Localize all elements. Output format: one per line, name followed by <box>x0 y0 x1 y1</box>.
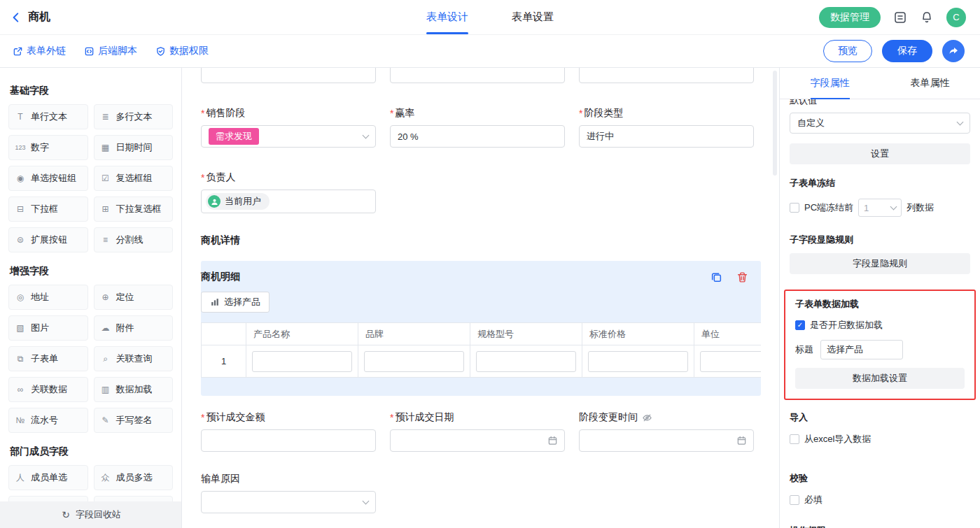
data-load-title: 子表单数据加载 <box>795 298 965 311</box>
trash-icon[interactable] <box>736 271 748 283</box>
save-button[interactable]: 保存 <box>882 40 932 62</box>
field-item-linked-query[interactable]: ⌕关联查询 <box>94 346 174 371</box>
field-expected-date[interactable]: 预计成交日期 <box>390 411 565 452</box>
field-recycle-bin[interactable]: ↻ 字段回收站 <box>0 501 181 528</box>
default-value-settings-button[interactable]: 设置 <box>790 143 970 164</box>
back-button[interactable] <box>10 11 22 24</box>
field-item-subform[interactable]: ⧉子表单 <box>8 346 88 371</box>
bell-icon[interactable] <box>920 10 934 24</box>
field-expected-amount[interactable]: 预计成交金额 <box>201 411 376 452</box>
copy-icon[interactable] <box>710 271 722 283</box>
field-item-data-load[interactable]: ▥数据加载 <box>94 377 174 402</box>
field-label: 子表单 <box>31 352 58 365</box>
field-item-image[interactable]: ▧图片 <box>8 315 88 341</box>
product-name-input[interactable] <box>252 351 352 372</box>
form-external-link[interactable]: 表单外链 <box>13 45 66 57</box>
shield-icon <box>155 46 166 57</box>
page-title: 商机 <box>28 10 50 24</box>
freeze-count-select[interactable]: 1 <box>858 199 902 217</box>
field-item-multi-text[interactable]: ≣多行文本 <box>94 104 174 129</box>
unit-input[interactable] <box>700 351 761 372</box>
current-user-tag: 当前用户 <box>206 193 270 210</box>
field-item-attachment[interactable]: ☁附件 <box>94 315 174 341</box>
divider-icon: ≡ <box>100 235 111 245</box>
field-item-divider[interactable]: ≡分割线 <box>94 227 174 252</box>
field-item-number[interactable]: 123数字 <box>8 135 88 160</box>
tab-form-settings[interactable]: 表单设置 <box>512 0 554 34</box>
field-lose-reason[interactable]: 输单原因 <box>201 473 376 513</box>
field-item-signature[interactable]: ✎手写签名 <box>94 408 174 433</box>
stage-type-input[interactable] <box>579 125 754 148</box>
freeze-section-label: 子表单冻结 <box>790 177 970 190</box>
field-owner[interactable]: 负责人 当前用户 <box>201 171 376 213</box>
field-item-location[interactable]: ⊕定位 <box>94 285 174 310</box>
clipped-input[interactable] <box>201 68 376 83</box>
field-item-multi-select[interactable]: ⊞下拉复选框 <box>94 197 174 222</box>
expected-date-input[interactable] <box>390 429 565 452</box>
field-item-member-multi[interactable]: 众成员多选 <box>94 465 174 490</box>
sales-stage-select[interactable]: 需求发现 <box>201 125 376 148</box>
field-win-rate[interactable]: 赢率 <box>390 107 565 148</box>
field-stage-change-time[interactable]: 阶段变更时间 <box>579 411 754 452</box>
spec-model-input[interactable] <box>476 351 576 372</box>
radio-icon: ◉ <box>15 173 26 183</box>
recycle-icon: ↻ <box>60 509 71 520</box>
preview-button[interactable]: 预览 <box>823 40 872 62</box>
visibility-rules-label: 子字段显隐规则 <box>790 234 970 246</box>
default-value-select[interactable]: 自定义 <box>790 113 970 134</box>
data-permission-link[interactable]: 数据权限 <box>155 45 209 57</box>
standard-price-input[interactable] <box>588 351 688 372</box>
canvas-scrollbar[interactable] <box>773 71 777 176</box>
field-item-single-text[interactable]: T单行文本 <box>8 104 88 129</box>
share-button[interactable] <box>942 40 965 62</box>
stage-change-time-input[interactable] <box>579 429 754 452</box>
bar-chart-icon <box>210 297 220 307</box>
field-item-datetime[interactable]: ▦日期时间 <box>94 135 174 160</box>
field-sales-stage[interactable]: 销售阶段 需求发现 <box>201 107 376 148</box>
data-load-title-input[interactable] <box>820 340 903 359</box>
tab-form-design[interactable]: 表单设计 <box>426 0 468 34</box>
script-icon <box>84 46 94 57</box>
lose-reason-select[interactable] <box>201 491 376 513</box>
freeze-checkbox[interactable] <box>790 203 799 213</box>
data-load-checkbox[interactable] <box>795 320 805 330</box>
win-rate-input[interactable] <box>390 125 565 148</box>
clipped-input-row <box>201 68 761 83</box>
tab-form-properties[interactable]: 表单属性 <box>880 68 980 99</box>
field-item-extend-button[interactable]: ⊜扩展按钮 <box>8 227 88 252</box>
data-load-title-row: 标题 <box>795 340 965 359</box>
field-item-linked-data[interactable]: ∞关联数据 <box>8 377 88 402</box>
docs-icon[interactable] <box>893 10 907 24</box>
select-product-button[interactable]: 选择产品 <box>201 292 270 313</box>
calendar-icon <box>547 436 558 446</box>
field-item-select[interactable]: ⊟下拉框 <box>8 197 88 222</box>
section-title-basic-fields: 基础字段 <box>10 85 172 97</box>
field-item-radio-group[interactable]: ◉单选按钮组 <box>8 166 88 191</box>
subform-title: 商机明细 <box>201 271 240 283</box>
clipped-input[interactable] <box>579 68 754 83</box>
field-item-serial-number[interactable]: №流水号 <box>8 408 88 433</box>
field-item-checkbox-group[interactable]: ☑复选框组 <box>94 166 174 191</box>
field-label: 负责人 <box>206 171 235 184</box>
tab-field-properties[interactable]: 字段属性 <box>780 68 880 99</box>
required-checkbox[interactable] <box>790 495 799 505</box>
data-manage-button[interactable]: 数据管理 <box>819 7 881 28</box>
field-label: 数据加载 <box>116 383 153 396</box>
avatar[interactable]: C <box>946 8 966 27</box>
brand-input[interactable] <box>364 351 464 372</box>
clipped-input[interactable] <box>390 68 565 83</box>
backend-script-link[interactable]: 后端脚本 <box>84 45 137 57</box>
field-label: 分割线 <box>116 234 144 246</box>
expected-amount-input[interactable] <box>201 429 376 452</box>
field-item-member-single[interactable]: 人成员单选 <box>8 465 88 490</box>
recycle-label: 字段回收站 <box>76 508 121 521</box>
owner-input[interactable]: 当前用户 <box>201 190 376 213</box>
data-load-settings-button[interactable]: 数据加载设置 <box>795 368 965 389</box>
dropdown-multi-icon: ⊞ <box>100 204 111 214</box>
field-stage-type[interactable]: 阶段类型 <box>579 107 754 148</box>
subform-selected-block[interactable]: 商机明细 选择产品 <box>201 261 761 396</box>
visibility-rules-button[interactable]: 字段显隐规则 <box>790 253 970 274</box>
field-item-address[interactable]: ◎地址 <box>8 285 88 310</box>
excel-import-checkbox[interactable] <box>790 434 799 444</box>
field-label: 阶段变更时间 <box>579 411 638 424</box>
